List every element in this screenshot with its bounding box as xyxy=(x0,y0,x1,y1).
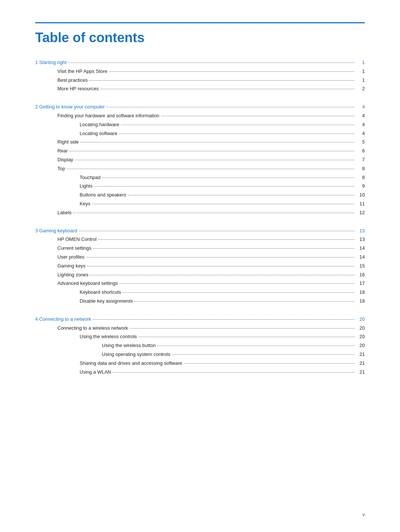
toc-page-num: 14 xyxy=(356,245,365,252)
toc-entry-label: 2 Getting to know your computer xyxy=(35,103,105,111)
toc-dots xyxy=(92,204,354,204)
toc-dots xyxy=(113,372,354,373)
toc-dots xyxy=(94,186,354,186)
toc-dots xyxy=(184,363,354,364)
toc-child-entry: Locating software4 xyxy=(35,130,365,138)
toc-child-entry: Lighting zones16 xyxy=(35,271,365,279)
toc-page-num: 1 xyxy=(356,68,365,75)
toc-child-entry: Finding your hardware and software infor… xyxy=(35,112,365,120)
toc-dots xyxy=(67,169,354,169)
toc-entry-label: Connecting to a wireless network xyxy=(35,324,128,332)
toc-child-entry: Keys11 xyxy=(35,200,365,208)
toc-page-num: 15 xyxy=(356,262,365,270)
toc-page-num: 13 xyxy=(356,227,365,235)
toc-dots xyxy=(90,275,354,275)
toc-child-entry: Display7 xyxy=(35,156,365,164)
toc-child-entry: Touchpad8 xyxy=(35,174,365,182)
toc-page-num: 4 xyxy=(356,121,365,129)
toc-container: 1 Starting right1Visit the HP Apps Store… xyxy=(35,59,365,376)
toc-entry-label: Using the wireless controls xyxy=(35,333,137,341)
toc-child-entry: Using the wireless button20 xyxy=(35,342,365,350)
toc-entry-label: Using the wireless button xyxy=(35,342,156,350)
toc-dots xyxy=(119,283,354,284)
toc-entry-label: More HP resources xyxy=(35,85,99,93)
toc-entry-label: Buttons and speakers xyxy=(35,191,126,199)
toc-dots xyxy=(130,328,354,329)
toc-entry-label: Sharing data and drives and accessing so… xyxy=(35,360,182,367)
toc-entry-label: Using operating system controls xyxy=(35,351,170,358)
toc-dots xyxy=(98,239,354,240)
toc-page-num: 7 xyxy=(356,156,365,164)
toc-page-num: 17 xyxy=(356,280,365,287)
toc-section: 2 Getting to know your computer4Finding … xyxy=(35,103,365,216)
toc-chapter-entry[interactable]: 1 Starting right1 xyxy=(35,59,365,67)
toc-section: 3 Gaming keyboard13HP OMEN Control13Curr… xyxy=(35,227,365,305)
toc-entry-label: 1 Starting right xyxy=(35,59,67,67)
toc-dots xyxy=(80,142,354,142)
toc-page-num: 8 xyxy=(356,174,365,182)
toc-dots xyxy=(106,107,354,107)
toc-child-entry: Locating hardware4 xyxy=(35,121,365,129)
toc-child-entry: More HP resources2 xyxy=(35,85,365,93)
toc-child-entry: Advanced keyboard settings17 xyxy=(35,280,365,287)
toc-dots xyxy=(119,134,354,134)
toc-dots xyxy=(89,80,354,81)
toc-child-entry: Connecting to a wireless network20 xyxy=(35,324,365,332)
toc-page-num: 14 xyxy=(356,253,365,261)
toc-entry-label: Visit the HP Apps Store xyxy=(35,68,107,75)
toc-child-entry: Best practices1 xyxy=(35,77,365,84)
toc-child-entry: HP OMEN Control13 xyxy=(35,236,365,243)
toc-dots xyxy=(93,248,354,249)
toc-dots xyxy=(87,266,354,266)
toc-child-entry: Using operating system controls21 xyxy=(35,351,365,358)
toc-section: 1 Starting right1Visit the HP Apps Store… xyxy=(35,59,365,93)
toc-page-num: 20 xyxy=(356,333,365,341)
toc-chapter-entry[interactable]: 3 Gaming keyboard13 xyxy=(35,227,365,235)
toc-child-entry: Lights9 xyxy=(35,182,365,190)
toc-entry-label: Keyboard shortcuts xyxy=(35,289,121,296)
toc-entry-label: 4 Connecting to a network xyxy=(35,316,91,323)
toc-page-num: 4 xyxy=(356,130,365,138)
toc-dots xyxy=(73,213,354,213)
toc-child-entry: User profiles14 xyxy=(35,253,365,261)
toc-child-entry: Keyboard shortcuts18 xyxy=(35,289,365,296)
toc-entry-label: Right side xyxy=(35,138,79,146)
toc-child-entry: Right side5 xyxy=(35,138,365,146)
toc-chapter-entry[interactable]: 4 Connecting to a network20 xyxy=(35,316,365,323)
toc-child-entry: Disable key assignments18 xyxy=(35,297,365,305)
toc-entry-label: Locating software xyxy=(35,130,117,138)
toc-entry-label: Current settings xyxy=(35,245,91,252)
toc-entry-label: Keys xyxy=(35,200,90,208)
toc-entry-label: Labels xyxy=(35,209,71,217)
toc-page-num: 11 xyxy=(356,200,365,208)
toc-chapter-entry[interactable]: 2 Getting to know your computer4 xyxy=(35,103,365,111)
toc-page-num: 20 xyxy=(356,324,365,332)
toc-child-entry: Sharing data and drives and accessing so… xyxy=(35,360,365,367)
toc-entry-label: Finding your hardware and software infor… xyxy=(35,112,159,120)
toc-entry-label: User profiles xyxy=(35,253,84,261)
toc-page-num: 21 xyxy=(356,368,365,376)
toc-entry-label: Locating hardware xyxy=(35,121,119,129)
toc-entry-label: Rear xyxy=(35,147,68,155)
toc-page-num: 13 xyxy=(356,236,365,243)
toc-page-num: 4 xyxy=(356,103,365,111)
toc-page-num: 5 xyxy=(356,138,365,146)
toc-page-num: 10 xyxy=(356,191,365,199)
toc-dots xyxy=(79,231,354,231)
toc-page-num: 18 xyxy=(356,297,365,305)
toc-page-num: 16 xyxy=(356,271,365,279)
toc-page-num: 6 xyxy=(356,147,365,155)
toc-entry-label: Display xyxy=(35,156,73,164)
toc-page-num: 20 xyxy=(356,316,365,323)
toc-page-num: 9 xyxy=(356,182,365,190)
toc-dots xyxy=(123,292,354,293)
toc-entry-label: Gaming keys xyxy=(35,262,86,270)
toc-dots xyxy=(109,71,354,72)
toc-dots xyxy=(75,160,354,160)
toc-child-entry: Top8 xyxy=(35,165,365,173)
toc-entry-label: Lights xyxy=(35,182,93,190)
toc-entry-label: Top xyxy=(35,165,65,173)
toc-dots xyxy=(69,151,354,151)
toc-entry-label: Advanced keyboard settings xyxy=(35,280,118,287)
toc-page-num: 12 xyxy=(356,209,365,217)
